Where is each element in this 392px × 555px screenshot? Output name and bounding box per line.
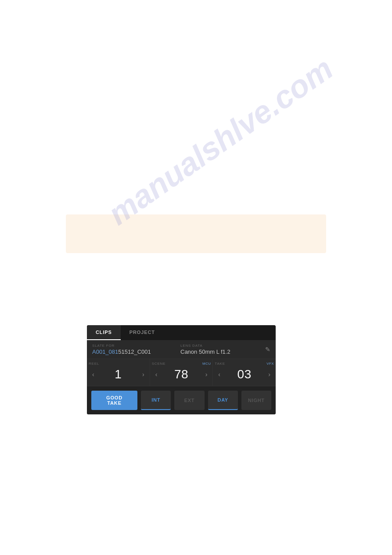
- ext-button[interactable]: EXT: [174, 391, 204, 410]
- scene-prev-button[interactable]: ‹: [154, 370, 159, 379]
- counters-row: REEL ‹ 1 › SCENE MCU ‹ 78 ›: [87, 359, 276, 386]
- tabs-bar: CLIPS PROJECT: [87, 325, 276, 340]
- slate-panel: CLIPS PROJECT SLATE FOR A001_08151512_C0…: [87, 325, 276, 414]
- take-badge: VFX: [266, 362, 274, 366]
- good-take-button[interactable]: GOOD TAKE: [91, 391, 137, 410]
- take-value: 03: [237, 367, 252, 381]
- reel-header: REEL: [89, 362, 148, 366]
- lens-data-value: Canon 50mm L f1.2: [180, 348, 262, 355]
- edit-icon[interactable]: ✎: [265, 346, 270, 353]
- reel-controls: ‹ 1 ›: [89, 367, 148, 381]
- tab-project[interactable]: PROJECT: [121, 325, 164, 340]
- take-prev-button[interactable]: ‹: [216, 370, 222, 379]
- reel-counter: REEL ‹ 1 ›: [87, 359, 150, 386]
- cream-banner: [66, 214, 326, 253]
- action-buttons-row: GOOD TAKE INT EXT DAY NIGHT: [87, 386, 276, 414]
- tab-clips[interactable]: CLIPS: [87, 325, 121, 340]
- take-counter: TAKE VFX ‹ 03 ›: [213, 359, 276, 386]
- take-header: TAKE VFX: [215, 362, 274, 366]
- slate-for-label: SLATE FOR: [92, 344, 173, 348]
- take-controls: ‹ 03 ›: [215, 367, 274, 381]
- reel-prev-button[interactable]: ‹: [90, 370, 96, 379]
- scene-controls: ‹ 78 ›: [152, 367, 211, 381]
- reel-next-button[interactable]: ›: [140, 370, 146, 379]
- take-label: TAKE: [215, 362, 225, 366]
- night-button[interactable]: NIGHT: [241, 391, 271, 410]
- slate-for-highlight: A001_081: [92, 348, 118, 355]
- slate-info-row: SLATE FOR A001_08151512_C001 LENS DATA C…: [87, 340, 276, 359]
- day-button[interactable]: DAY: [208, 391, 238, 410]
- slate-content: SLATE FOR A001_08151512_C001 LENS DATA C…: [87, 340, 276, 414]
- watermark: manualshlve.com: [101, 50, 339, 232]
- slate-for-value: A001_08151512_C001: [92, 348, 173, 355]
- take-next-button[interactable]: ›: [266, 370, 272, 379]
- slate-for-section: SLATE FOR A001_08151512_C001: [92, 344, 173, 355]
- lens-section: LENS DATA Canon 50mm L f1.2: [173, 344, 262, 355]
- int-button[interactable]: INT: [141, 391, 171, 410]
- lens-data-label: LENS DATA: [180, 344, 262, 348]
- scene-header: SCENE MCU: [152, 362, 211, 366]
- scene-label: SCENE: [152, 362, 166, 366]
- slate-for-rest: 51512_C001: [118, 348, 151, 355]
- scene-value: 78: [174, 367, 188, 381]
- reel-value: 1: [115, 367, 122, 381]
- scene-badge: MCU: [202, 362, 211, 366]
- scene-next-button[interactable]: ›: [204, 370, 209, 379]
- reel-label: REEL: [89, 362, 99, 366]
- scene-counter: SCENE MCU ‹ 78 ›: [150, 359, 213, 386]
